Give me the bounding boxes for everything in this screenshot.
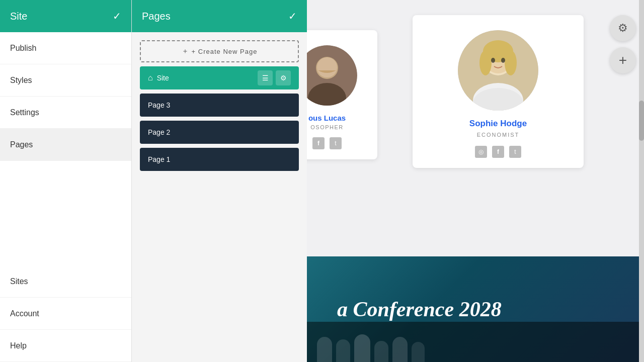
sidebar-item-settings[interactable]: Settings [0, 97, 131, 129]
person-card-lucas: ous Lucas OSOPHER f t [307, 30, 377, 159]
pages-panel: Pages ✓ ＋ + Create New Page ⌂ Site ☰ ⚙ [132, 0, 307, 362]
pages-panel-header: Pages ✓ [132, 0, 307, 32]
cards-area: ous Lucas OSOPHER f t [307, 0, 644, 256]
gear-icon: ⚙ [280, 74, 287, 82]
add-fab-button[interactable]: + [610, 47, 636, 73]
avatar-sophie [458, 30, 538, 111]
person-name-lucas: ous Lucas [308, 114, 346, 122]
twitter-icon-sophie[interactable]: t [509, 146, 521, 158]
create-new-page-button[interactable]: ＋ + Create New Page [140, 40, 299, 62]
fab-area: ⚙ + [610, 15, 636, 73]
sidebar-check-icon: ✓ [113, 10, 121, 22]
svg-point-11 [491, 58, 495, 63]
person-title-lucas: OSOPHER [310, 124, 344, 130]
layers-icon: ☰ [262, 74, 269, 82]
facebook-icon-sophie[interactable]: f [492, 146, 504, 158]
social-icons-lucas: f t [312, 137, 342, 149]
home-icon: ⌂ [148, 73, 153, 82]
avatar-lucas [307, 45, 357, 106]
settings-fab-button[interactable]: ⚙ [610, 15, 636, 41]
svg-point-9 [479, 50, 492, 75]
layers-icon-button[interactable]: ☰ [258, 70, 273, 85]
person-name-sophie: Sophie Hodge [469, 119, 527, 129]
facebook-icon-lucas[interactable]: f [312, 137, 325, 149]
plus-icon: ＋ [182, 47, 189, 56]
svg-point-10 [505, 50, 517, 75]
page-item-page1[interactable]: Page 1 [140, 148, 299, 171]
twitter-icon-lucas[interactable]: t [330, 137, 342, 149]
conference-title: a Conference 2028 [337, 297, 502, 321]
pages-panel-title: Pages [142, 11, 171, 22]
svg-point-3 [317, 57, 337, 77]
pages-panel-check-icon: ✓ [288, 10, 297, 22]
sidebar-item-account[interactable]: Account [0, 298, 131, 330]
sidebar-title: Site [10, 11, 27, 22]
page-item-page3[interactable]: Page 3 [140, 94, 299, 117]
person-title-sophie: ECONOMIST [477, 132, 520, 138]
sidebar-item-pages[interactable]: Pages [0, 129, 131, 161]
svg-point-12 [501, 58, 505, 63]
sidebar-item-styles[interactable]: Styles [0, 64, 131, 97]
person-card-sophie: Sophie Hodge ECONOMIST ◎ f t [413, 15, 584, 168]
instagram-icon-sophie[interactable]: ◎ [475, 146, 487, 158]
scrollbar-track [639, 0, 644, 362]
conference-banner: a Conference 2028 [307, 256, 644, 362]
sidebar: Site ✓ Publish Styles Settings Pages Sit… [0, 0, 132, 362]
pages-panel-content: ＋ + Create New Page ⌂ Site ☰ ⚙ Page 3 [132, 32, 307, 179]
social-icons-sophie: ◎ f t [475, 146, 521, 158]
scrollbar-thumb[interactable] [639, 101, 644, 141]
main-content: ous Lucas OSOPHER f t [307, 0, 644, 362]
sidebar-item-sites[interactable]: Sites [0, 265, 131, 298]
settings-fab-icon: ⚙ [618, 22, 628, 35]
page-item-site[interactable]: ⌂ Site ☰ ⚙ [140, 66, 299, 89]
add-fab-icon: + [619, 53, 627, 67]
sidebar-header: Site ✓ [0, 0, 131, 32]
sidebar-item-publish[interactable]: Publish [0, 32, 131, 64]
sidebar-item-help[interactable]: Help [0, 330, 131, 362]
page-item-page2[interactable]: Page 2 [140, 121, 299, 144]
settings-icon-button[interactable]: ⚙ [276, 70, 291, 85]
